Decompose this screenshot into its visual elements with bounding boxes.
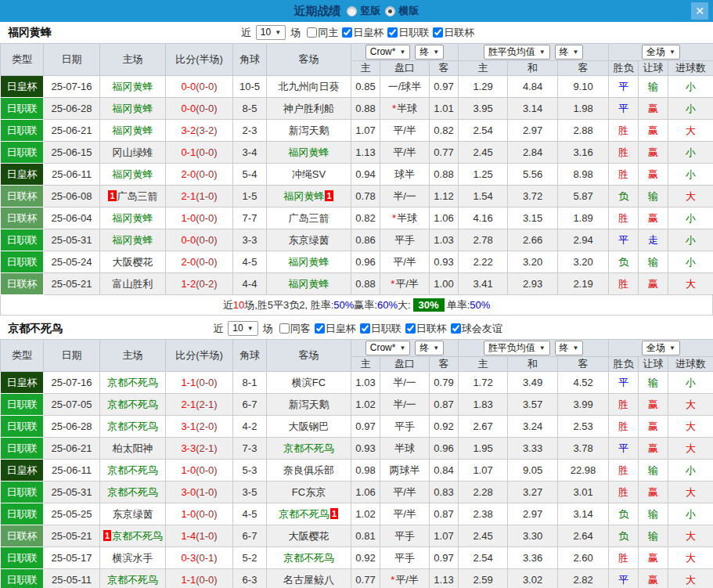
halftime-score: (2-1)	[196, 399, 217, 410]
corner-cell: 6-7	[233, 525, 267, 547]
filter-controls: 近10▼场同客日皇杯日职联日联杯球会友谊	[211, 321, 502, 336]
same-venue-filter[interactable]: 同主	[307, 26, 338, 40]
league-checkbox[interactable]	[451, 323, 461, 334]
match-result-cell-text: 负	[618, 530, 628, 542]
avg-home-odds: 2.38	[459, 503, 508, 525]
avg-state-dropdown[interactable]: 终▼	[555, 45, 584, 60]
odds-state-dropdown[interactable]: 终▼	[415, 45, 444, 60]
handicap-text: 半球	[394, 442, 415, 454]
goals-result-cell: 大	[668, 547, 713, 569]
match-count-select[interactable]: 10▼	[256, 25, 286, 40]
match-result-cell-text: 胜	[618, 420, 628, 432]
corner-cell: 3-5	[233, 482, 267, 503]
match-result-cell-text: 平	[618, 103, 628, 114]
match-date: 25-06-11	[44, 460, 100, 482]
radio-horizontal[interactable]	[385, 6, 395, 16]
match-result-cell: 负	[609, 503, 639, 525]
league-filter[interactable]: 日皇杯	[315, 322, 356, 336]
handicap-result-cell-text: 赢	[648, 574, 658, 586]
close-icon[interactable]: ✕	[691, 2, 708, 20]
avg-dropdown[interactable]: 胜平负均值▼	[484, 45, 550, 60]
away-team-name: 福冈黄蜂	[289, 146, 329, 158]
handicap-cell: 平/半	[380, 482, 430, 503]
league-filter[interactable]: 球会友谊	[451, 322, 502, 336]
home-odds: 0.98	[351, 460, 380, 482]
away-team-name: 京都不死鸟	[279, 508, 329, 520]
radio-vertical-label[interactable]: 竖版	[361, 4, 381, 18]
halftime-score: (1-0)	[196, 486, 217, 498]
odds-dropdown[interactable]: Crow*▼	[366, 341, 411, 355]
match-count-select[interactable]: 10▼	[228, 321, 257, 336]
goals-result-cell: 小	[668, 142, 713, 164]
scope-group-header: 全场▼	[609, 44, 713, 61]
league-type-cell: 日职联	[1, 394, 44, 416]
away-team: 京都不死鸟	[267, 547, 351, 569]
league-checkbox[interactable]	[405, 323, 416, 334]
score-cell: 1-2(0-2)	[166, 273, 233, 295]
league-filter[interactable]: 日联杯	[433, 26, 474, 40]
match-row: 日联杯25-05-21富山胜利1-2(0-2)4-4福冈黄蜂0.88*平/半1.…	[1, 273, 713, 295]
same-venue-checkbox[interactable]	[279, 323, 290, 334]
league-filter[interactable]: 日职联	[360, 322, 402, 336]
summary-segment: 50%	[470, 299, 490, 311]
league-checkbox[interactable]	[342, 27, 352, 38]
odds-state-dropdown[interactable]: 终▼	[415, 341, 444, 355]
scope-dropdown[interactable]: 全场▼	[642, 341, 680, 355]
column-header: 客	[558, 357, 609, 372]
home-team: 大阪樱花	[100, 251, 166, 273]
league-filter[interactable]: 日职联	[387, 26, 429, 40]
chevron-down-icon: ▼	[669, 342, 675, 354]
handicap-result-cell-text: 走	[648, 234, 658, 246]
handicap-text: 半/一	[393, 190, 416, 202]
home-team-name: 东京绿茵	[113, 508, 153, 520]
home-team-name: 福冈黄蜂	[113, 168, 153, 180]
handicap-result-cell-text: 赢	[648, 146, 658, 158]
league-filter[interactable]: 日皇杯	[342, 26, 384, 40]
match-date: 25-05-21	[44, 525, 100, 547]
league-checkbox[interactable]	[387, 27, 398, 38]
radio-horizontal-label[interactable]: 横版	[399, 4, 420, 18]
avg-state-dropdown[interactable]: 终▼	[555, 341, 584, 355]
away-team: 奈良俱乐部	[267, 460, 351, 482]
match-row: 日联杯25-06-081广岛三箭2-1(1-0)1-5福冈黄蜂10.78半/一1…	[1, 186, 713, 207]
handicap-change-star: *	[392, 103, 396, 114]
odds-dropdown[interactable]: Crow*▼	[366, 45, 411, 60]
league-checkbox[interactable]	[315, 323, 325, 334]
goals-result-cell-text: 大	[686, 552, 696, 564]
league-type-cell: 日职联	[1, 229, 44, 251]
handicap-text: 平手	[394, 420, 415, 432]
home-odds: 0.97	[351, 416, 380, 438]
same-venue-filter[interactable]: 同客	[279, 322, 311, 336]
home-team: 京都不死鸟	[100, 372, 166, 394]
handicap-result-cell: 赢	[639, 273, 668, 295]
league-type-cell: 日职联	[1, 438, 44, 460]
league-checkbox[interactable]	[360, 323, 370, 334]
corner-cell: 6-7	[233, 394, 267, 416]
handicap-change-star: *	[391, 574, 394, 586]
handicap-cell: 平/半	[380, 503, 430, 525]
avg-away-odds: 2.53	[558, 416, 609, 438]
away-odds: 0.83	[430, 482, 459, 503]
league-checkbox[interactable]	[433, 27, 443, 38]
match-date: 25-07-05	[44, 394, 100, 416]
handicap-result-cell-text: 输	[648, 81, 658, 92]
avg-dropdown-value: 胜平负均值	[488, 342, 535, 354]
score-cell: 2-0(0-0)	[166, 164, 233, 186]
league-filter[interactable]: 日联杯	[405, 322, 447, 336]
scope-dropdown[interactable]: 全场▼	[642, 45, 680, 60]
goals-result-cell-text: 小	[686, 464, 696, 476]
home-odds: 0.88	[351, 273, 380, 295]
away-team-name: 京都不死鸟	[283, 442, 334, 454]
avg-dropdown[interactable]: 胜平负均值▼	[484, 341, 550, 355]
match-row: 日职联25-05-31福冈黄蜂0-0(0-0)3-3东京绿茵0.86平手1.03…	[1, 229, 713, 251]
radio-vertical[interactable]	[347, 6, 357, 16]
same-venue-checkbox[interactable]	[307, 27, 317, 38]
column-header: 主场	[100, 44, 166, 76]
handicap-text: 平/半	[395, 574, 419, 586]
handicap-text: 半/一	[393, 399, 416, 410]
handicap-result-cell: 赢	[639, 482, 668, 503]
corner-cell: 3-3	[233, 229, 267, 251]
scope-dropdown-value: 全场	[646, 342, 665, 354]
home-team-name: 柏太阳神	[113, 442, 153, 454]
home-team-name: 富山胜利	[113, 278, 153, 290]
